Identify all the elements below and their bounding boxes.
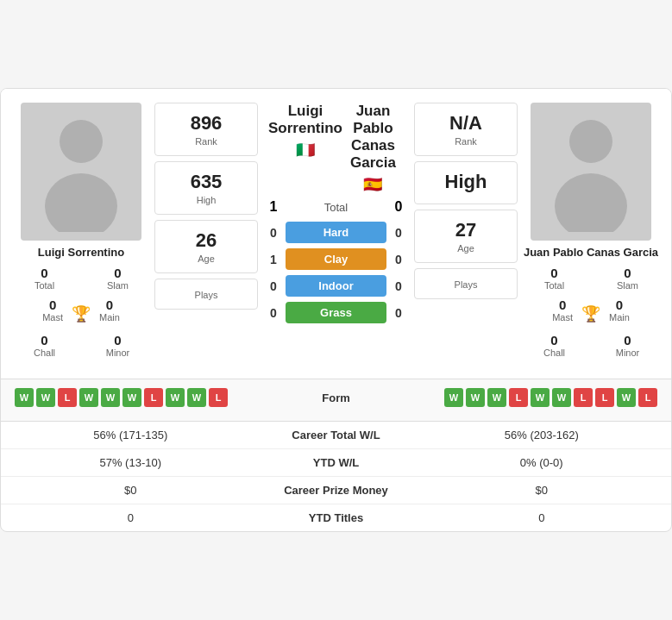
player2-avatar [531,103,651,241]
court-hard-btn[interactable]: Hard [286,222,386,243]
player1-card: Luigi Sorrentino 0 Total 0 Slam 0 Mast 🏆 [8,103,154,365]
player2-rank-box: N/A Rank [414,103,518,156]
form-row: WWLWWWLWWL Form WWWLWWLLWL [15,388,657,407]
player2-slam-value: 0 [624,266,631,280]
player1-total: 0 Total [8,266,81,291]
player1-name: Luigi Sorrentino [38,246,124,259]
ytd-wl-row: 57% (13-10) YTD W/L 0% (0-0) [1,449,671,477]
player2-total-label: Total [544,280,564,291]
ytd-titles-row: 0 YTD Titles 0 [1,504,671,531]
ytd-wl-label: YTD W/L [250,456,423,469]
form-badge-w: W [166,388,185,407]
top-section: Luigi Sorrentino 0 Total 0 Slam 0 Mast 🏆 [1,89,671,379]
player2-mast-value: 0 [559,297,566,312]
player1-ytd-wl: 57% (13-10) [11,456,250,469]
player1-ytd-titles: 0 [11,511,250,524]
player1-form-badges: WWLWWWLWWL [15,388,228,407]
form-badge-l: L [209,388,228,407]
form-label: Form [228,391,444,404]
player1-main-value: 0 [106,297,113,312]
player1-minor: 0 Minor [81,333,154,358]
court-clay-btn[interactable]: Clay [286,248,386,270]
grass-score-right: 0 [386,306,411,320]
player2-rank-label: Rank [455,136,477,147]
player2-header-name: Juan PabloCanas Garcia [342,103,404,172]
player2-chall-label: Chall [543,348,565,358]
player2-mast: 0 Mast [552,297,573,323]
form-badge-w: W [79,388,98,407]
clay-score-right: 0 [386,253,411,266]
player2-chall: 0 Chall [518,333,591,358]
court-row-grass: 0 Grass 0 [261,302,411,323]
player1-mast: 0 Mast [42,297,63,323]
player1-high-box: 635 High [154,161,258,215]
player2-stats: 0 Total 0 Slam 0 Mast 🏆 0 Main [518,266,664,365]
career-wl-row: 56% (171-135) Career Total W/L 56% (203-… [1,422,671,449]
court-indoor-btn[interactable]: Indoor [286,275,386,297]
career-wl-label: Career Total W/L [250,429,423,442]
player1-career-wl: 56% (171-135) [11,429,250,442]
player2-main-value: 0 [616,297,623,312]
clay-score-left: 1 [261,253,286,266]
player1-trophy-row: 0 Mast 🏆 0 Main [8,297,154,329]
player2-plays-label: Plays [455,279,478,290]
form-badge-w: W [552,388,571,407]
court-row-clay: 1 Clay 0 [261,248,411,270]
form-badge-w: W [36,388,55,407]
player2-plays-box: Plays [414,268,518,299]
player2-trophy-icon: 🏆 [581,304,600,323]
player2-total-value: 0 [550,266,557,280]
form-badge-l: L [58,388,77,407]
player1-slam-label: Slam [107,280,129,291]
stats-table: 56% (171-135) Career Total W/L 56% (203-… [1,421,671,531]
player2-header: Juan PabloCanas Garcia 🇪🇸 [342,103,404,194]
form-badge-l: L [144,388,163,407]
player1-slam-value: 0 [114,266,121,280]
player2-name: Juan Pablo Canas Garcia [524,246,658,259]
player2-age-label: Age [457,243,474,254]
player1-plays-box: Plays [154,279,258,310]
form-badge-w: W [466,388,485,407]
form-badge-w: W [487,388,506,407]
form-badge-l: L [509,388,528,407]
player2-minor-value: 0 [624,333,631,348]
player1-header-name: LuigiSorrentino [268,103,342,137]
prize-money-label: Career Prize Money [250,484,423,497]
prize-money-row: $0 Career Prize Money $0 [1,477,671,504]
player2-age-box: 27 Age [414,210,518,263]
total-score-left: 1 [261,199,286,215]
hard-score-right: 0 [386,226,411,240]
player2-prize-money: $0 [423,484,662,497]
player1-rank-label: Rank [195,136,217,147]
player1-minor-label: Minor [106,348,130,358]
player2-total: 0 Total [518,266,591,291]
player2-ytd-wl: 0% (0-0) [423,456,662,469]
form-badge-l: L [595,388,614,407]
player1-plays-label: Plays [195,290,218,300]
player1-mast-label: Mast [42,312,63,323]
player2-trophy-row: 0 Mast 🏆 0 Main [518,297,664,329]
court-grass-btn[interactable]: Grass [286,302,386,323]
player1-chall-label: Chall [34,348,55,358]
player2-main: 0 Main [609,297,630,323]
player2-minor: 0 Minor [591,333,664,358]
player1-minor-value: 0 [114,333,121,348]
court-row-indoor: 0 Indoor 0 [261,275,411,297]
form-badge-w: W [617,388,636,407]
total-row: 1 Total 0 [261,199,411,215]
player1-rank-box: 896 Rank [154,103,258,156]
player1-age-value: 26 [196,229,217,252]
player1-mast-value: 0 [49,297,56,312]
player1-high-value: 635 [191,171,223,193]
player2-slam-label: Slam [617,280,638,291]
player1-slam: 0 Slam [81,266,154,291]
form-badge-w: W [531,388,550,407]
middle-section: LuigiSorrentino 🇮🇹 Juan PabloCanas Garci… [258,103,414,365]
form-badge-w: W [101,388,120,407]
player1-prize-money: $0 [11,484,250,497]
player2-main-label: Main [609,312,630,323]
player1-main: 0 Main [99,297,120,323]
player2-high-value: High [445,171,487,193]
court-row-hard: 0 Hard 0 [261,222,411,243]
player1-flag: 🇮🇹 [268,141,342,160]
